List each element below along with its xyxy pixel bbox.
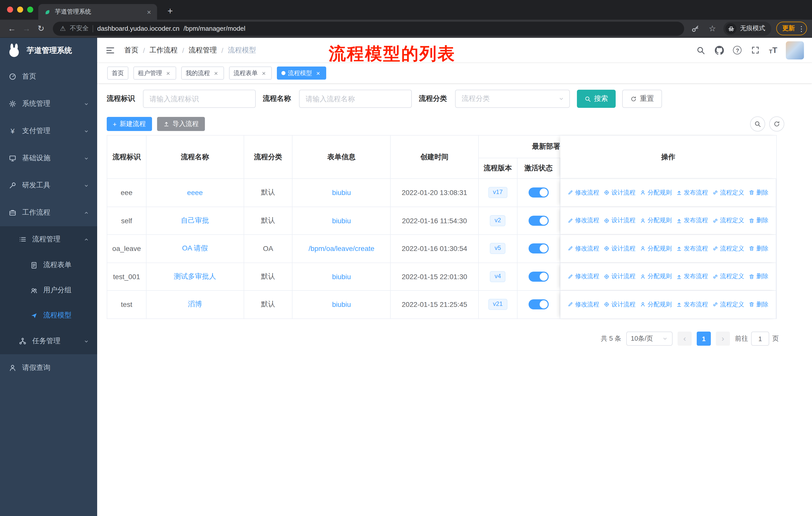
tag-my-process[interactable]: 我的流程 × (181, 66, 224, 80)
design-process-link[interactable]: 设计流程 (604, 300, 636, 309)
create-process-button[interactable]: + 新建流程 (107, 117, 152, 131)
active-toggle[interactable] (528, 272, 548, 282)
sidebar-item-home[interactable]: 首页 (0, 63, 97, 90)
delete-link[interactable]: 删除 (749, 272, 768, 281)
security-label[interactable]: 不安全 (70, 24, 89, 33)
process-category-select[interactable]: 流程分类 (455, 90, 570, 108)
assign-rule-link[interactable]: 分配规则 (640, 188, 672, 197)
publish-process-link[interactable]: 发布流程 (676, 272, 708, 281)
process-name-link[interactable]: 测试多审批人 (174, 272, 216, 281)
import-process-button[interactable]: 导入流程 (157, 117, 205, 131)
breadcrumb-workflow[interactable]: 工作流程 (149, 46, 178, 55)
delete-link[interactable]: 删除 (749, 300, 768, 309)
browser-tab[interactable]: 芋道管理系统 × (38, 4, 157, 20)
delete-link[interactable]: 删除 (749, 244, 768, 253)
sidebar-item-devtools[interactable]: 研发工具 (0, 172, 97, 199)
form-info-link[interactable]: biubiu (332, 273, 351, 281)
process-id-input[interactable] (143, 90, 256, 108)
process-definition-link[interactable]: 流程定义 (713, 188, 744, 197)
tag-home[interactable]: 首页 (107, 66, 128, 80)
sidebar-item-infra[interactable]: 基础设施 (0, 145, 97, 172)
delete-link[interactable]: 删除 (749, 188, 768, 197)
modify-process-link[interactable]: 修改流程 (568, 188, 599, 197)
process-name-link[interactable]: eeee (187, 189, 203, 197)
process-name-link[interactable]: 滔博 (188, 300, 202, 309)
process-name-input[interactable] (299, 90, 412, 108)
bookmark-star-icon[interactable]: ☆ (706, 22, 718, 34)
forward-icon[interactable]: → (20, 22, 33, 35)
close-icon[interactable]: × (165, 70, 172, 76)
sidebar-collapse-icon[interactable] (105, 45, 115, 55)
publish-process-link[interactable]: 发布流程 (676, 244, 708, 253)
publish-process-link[interactable]: 发布流程 (676, 300, 708, 309)
reset-button[interactable]: 重置 (622, 90, 662, 108)
tag-process-form[interactable]: 流程表单 × (229, 66, 272, 80)
process-definition-link[interactable]: 流程定义 (713, 300, 744, 309)
assign-rule-link[interactable]: 分配规则 (640, 244, 672, 253)
incognito-chip[interactable]: 无痕模式 (723, 21, 771, 35)
assign-rule-link[interactable]: 分配规则 (640, 216, 672, 225)
reload-icon[interactable]: ↻ (34, 22, 48, 35)
sidebar-item-system[interactable]: 系统管理 (0, 90, 97, 117)
sidebar-item-leave-query[interactable]: 请假查询 (0, 354, 97, 381)
design-process-link[interactable]: 设计流程 (604, 216, 636, 225)
breadcrumb-home[interactable]: 首页 (124, 46, 139, 55)
process-name-link[interactable]: OA 请假 (182, 244, 208, 253)
search-button[interactable]: 搜索 (577, 90, 616, 108)
sidebar-item-process-model[interactable]: 流程模型 (0, 303, 97, 328)
password-key-icon[interactable] (689, 22, 701, 34)
modify-process-link[interactable]: 修改流程 (568, 244, 599, 253)
new-tab-button[interactable]: + (163, 4, 177, 18)
process-definition-link[interactable]: 流程定义 (713, 216, 744, 225)
process-definition-link[interactable]: 流程定义 (713, 272, 744, 281)
process-definition-link[interactable]: 流程定义 (713, 244, 744, 253)
tab-close-icon[interactable]: × (145, 8, 153, 16)
window-minimize-button[interactable] (17, 6, 23, 12)
github-icon[interactable] (715, 45, 725, 55)
active-toggle[interactable] (528, 300, 548, 310)
goto-page-input[interactable] (751, 332, 769, 346)
close-icon[interactable]: × (315, 70, 322, 76)
page-size-select[interactable]: 10条/页 (626, 332, 672, 346)
breadcrumb-process-management[interactable]: 流程管理 (189, 46, 217, 55)
browser-menu-icon[interactable]: ⋮ (798, 24, 804, 32)
close-icon[interactable]: × (212, 70, 220, 76)
tag-process-model[interactable]: 流程模型 × (277, 66, 326, 80)
active-toggle[interactable] (528, 188, 548, 198)
sidebar-item-task-management[interactable]: 任务管理 (0, 328, 97, 354)
close-icon[interactable]: × (260, 70, 267, 76)
form-info-link[interactable]: biubiu (332, 189, 351, 197)
form-info-link[interactable]: biubiu (332, 301, 351, 309)
assign-rule-link[interactable]: 分配规则 (640, 272, 672, 281)
refresh-table-icon-button[interactable] (769, 116, 784, 132)
tag-tenant[interactable]: 租户管理 × (134, 66, 176, 80)
delete-link[interactable]: 删除 (749, 216, 768, 225)
sidebar-item-user-group[interactable]: 用户分组 (0, 278, 97, 303)
process-name-link[interactable]: 自己审批 (181, 216, 209, 225)
form-info-link[interactable]: biubiu (332, 217, 351, 225)
user-avatar[interactable] (786, 41, 804, 59)
form-info-link[interactable]: /bpm/oa/leave/create (309, 245, 375, 253)
sidebar-item-payment[interactable]: ¥ 支付管理 (0, 117, 97, 145)
search-icon[interactable] (696, 45, 706, 55)
toggle-search-icon-button[interactable] (750, 116, 765, 132)
back-icon[interactable]: ← (5, 22, 19, 35)
active-toggle[interactable] (528, 216, 548, 226)
fullscreen-icon[interactable] (750, 45, 760, 55)
window-zoom-button[interactable] (27, 6, 33, 12)
modify-process-link[interactable]: 修改流程 (568, 300, 599, 309)
sidebar-item-process-form[interactable]: 流程表单 (0, 252, 97, 278)
address-bar[interactable]: ⚠ 不安全 dashboard.yudao.iocoder.cn/bpm/man… (53, 21, 684, 35)
help-icon[interactable]: ? (733, 46, 742, 54)
assign-rule-link[interactable]: 分配规则 (640, 300, 672, 309)
browser-update-button[interactable]: 更新 ⋮ (776, 22, 807, 35)
design-process-link[interactable]: 设计流程 (604, 188, 636, 197)
sidebar-item-workflow[interactable]: 工作流程 (0, 199, 97, 226)
sidebar-item-process-management[interactable]: 流程管理 (0, 226, 97, 252)
page-number-button[interactable]: 1 (697, 332, 711, 346)
font-size-icon[interactable]: TT (769, 46, 777, 54)
active-toggle[interactable] (528, 244, 548, 254)
modify-process-link[interactable]: 修改流程 (568, 272, 599, 281)
modify-process-link[interactable]: 修改流程 (568, 216, 599, 225)
window-close-button[interactable] (7, 6, 13, 12)
